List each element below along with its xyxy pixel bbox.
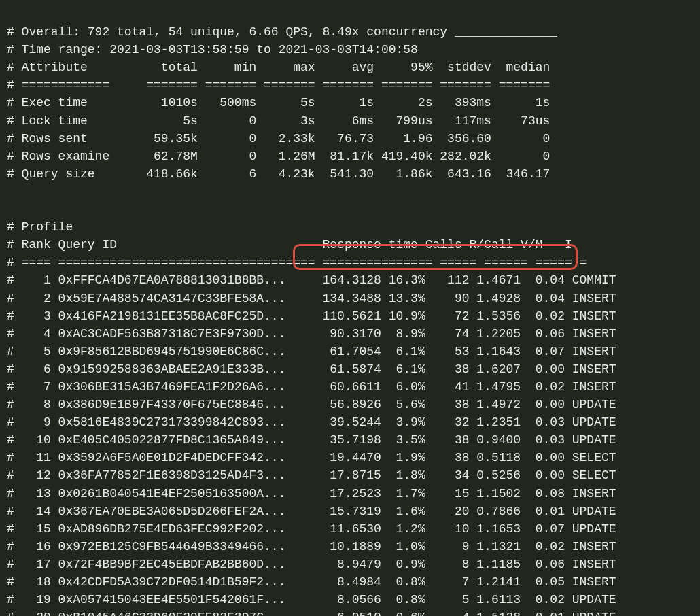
profile-row: # 14 0x367EA70EBE3A065D5D266FEF2A... 15.… — [7, 504, 616, 518]
attribute-row: # Exec time 1010s 500ms 5s 1s 2s 393ms 1… — [7, 96, 550, 109]
profile-row: # 17 0x72F4BB9BF2EC45EBDFAB2BB60D... 8.9… — [7, 558, 616, 571]
profile-row: # 2 0x59E7A488574CA3147C33BFE58A... 134.… — [7, 292, 616, 305]
profile-row: # 3 0x416FA2198131EE35B8AC8FC25D... 110.… — [7, 309, 616, 323]
attributes-header: # Attribute total min max avg 95% stddev… — [7, 61, 550, 74]
profile-row: # 5 0x9F85612BBD6945751990E6C86C... 61.7… — [7, 345, 616, 358]
profile-row: # 19 0xA057415043EE4E5501F542061F... 8.0… — [7, 593, 616, 606]
profile-row: # 6 0x915992588363ABAEE2A91E333B... 61.5… — [7, 362, 616, 376]
attributes-divider: # ============ ======= ======= ======= =… — [7, 78, 550, 92]
profile-row: # 16 0x972EB125C9FB544649B3349466... 10.… — [7, 540, 616, 553]
profile-row: # 7 0x306BE315A3B7469FEA1F2D26A6... 60.6… — [7, 380, 616, 394]
attribute-row: # Query size 418.66k 6 4.23k 541.30 1.86… — [7, 167, 550, 181]
attribute-row: # Rows examine 62.78M 0 1.26M 81.17k 419… — [7, 150, 550, 163]
profile-row: # 12 0x36FA77852F1E6398D3125AD4F3... 17.… — [7, 468, 616, 482]
profile-divider: # ==== =================================… — [7, 256, 587, 269]
profile-row: # 9 0x5816E4839C273173399842C893... 39.5… — [7, 415, 616, 429]
summary-time-range-line: # Time range: 2021-03-03T13:58:59 to 202… — [7, 43, 418, 56]
profile-row: # 8 0x386D9E1B97F43370F675EC8846... 56.8… — [7, 398, 616, 411]
profile-section-header: # Profile — [7, 220, 73, 234]
profile-row: # 10 0xE405C405022877FD8C1365A849... 35.… — [7, 433, 616, 447]
attribute-row: # Lock time 5s 0 3s 6ms 799us 117ms 73us — [7, 114, 550, 128]
profile-row: # 18 0x42CDFD5A39C72DF0514D1B59F2... 8.4… — [7, 575, 616, 589]
profile-row: # 11 0x3592A6F5A0E01D2F4DEDCFF342... 19.… — [7, 451, 616, 464]
summary-overall-line: # Overall: 792 total, 54 unique, 6.66 QP… — [7, 25, 557, 39]
profile-row: # 13 0x0261B040541E4EF2505163500A... 17.… — [7, 487, 616, 500]
profile-row: # 1 0xFFFCA4D67EA0A788813031B8BB... 164.… — [7, 273, 616, 287]
terminal-output: # Overall: 792 total, 54 unique, 6.66 QP… — [0, 0, 686, 616]
profile-row: # 20 0xB1045A46C33D60E29EE82E3D7C... 6.0… — [7, 611, 616, 616]
attribute-row: # Rows sent 59.35k 0 2.33k 76.73 1.96 35… — [7, 132, 550, 146]
profile-columns-header: # Rank Query ID Response time Calls R/Ca… — [7, 238, 572, 252]
profile-row: # 15 0xAD896DB275E4ED63FEC992F202... 11.… — [7, 522, 616, 536]
profile-row: # 4 0xAC3CADF563B87318C7E3F9730D... 90.3… — [7, 327, 616, 341]
